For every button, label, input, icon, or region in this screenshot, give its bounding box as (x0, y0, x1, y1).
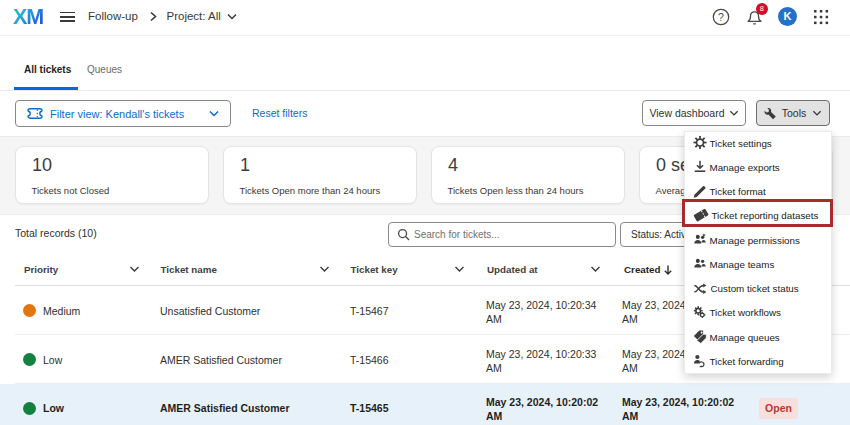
svg-text:?: ? (718, 11, 724, 23)
